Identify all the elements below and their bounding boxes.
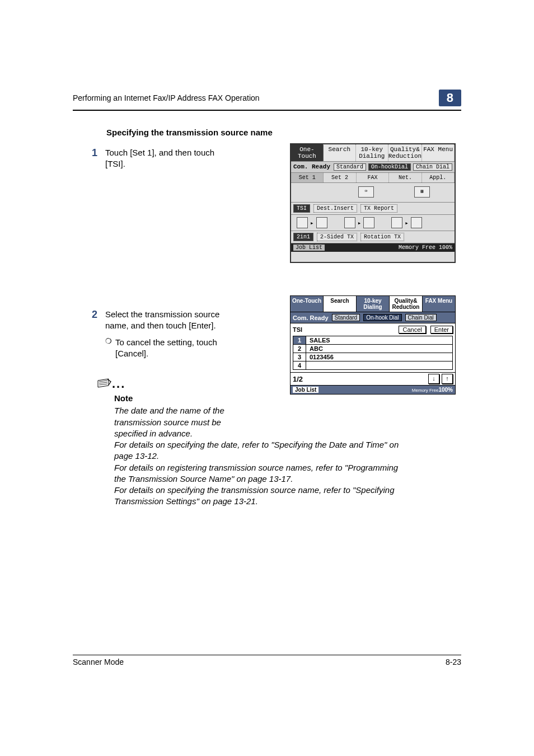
subtab-fax[interactable]: FAX <box>357 173 389 182</box>
status-label: Com. Ready <box>293 314 329 321</box>
dest-insert-button[interactable]: Dest.Insert <box>313 204 357 213</box>
2sided-tx-button[interactable]: 2-Sided TX <box>317 233 357 241</box>
tab-search[interactable]: Search <box>324 144 356 161</box>
tab-10key-dialing[interactable]: 10-key Dialing <box>357 296 390 312</box>
grid-icon: ▦ <box>414 186 430 198</box>
device-screen-set1: One-Touch Search 10-key Dialing Quality&… <box>290 143 456 263</box>
subtab-appl[interactable]: Appl. <box>422 173 455 182</box>
page-indicator: 1/2 <box>293 375 303 383</box>
memory-indicator: Memory Free100% <box>412 387 453 393</box>
job-list-button[interactable]: Job List <box>293 387 318 393</box>
list-row-num-4[interactable]: 4 <box>293 361 306 369</box>
note-icon <box>97 378 112 388</box>
status-label: Com. Ready <box>293 163 331 171</box>
rotate-before-icon <box>391 217 402 228</box>
rotation-tx-button[interactable]: Rotation TX <box>360 233 404 241</box>
tab-quality-reduction[interactable]: Quality& Reduction <box>390 296 423 312</box>
doc2-icon <box>363 217 374 228</box>
list-row-num-2[interactable]: 2 <box>293 345 306 353</box>
footer-right: 8-23 <box>446 658 461 666</box>
tab-search[interactable]: Search <box>324 296 357 312</box>
keyboard-icon: ⌨ <box>358 186 374 198</box>
page-up-button[interactable]: ↑ <box>442 374 453 384</box>
chain-dial-button[interactable]: Chain Dial <box>413 163 452 171</box>
chapter-number: 8 <box>439 90 461 106</box>
tab-fax-menu[interactable]: FAX Menu <box>423 296 455 312</box>
bullet-icon: ❍ <box>105 337 115 346</box>
tab-10key-dialing[interactable]: 10-key Dialing <box>356 144 388 161</box>
header-rule <box>73 110 461 111</box>
list-row-val-1[interactable]: SALES <box>306 336 334 344</box>
section-heading: Specifying the transmission source name <box>106 128 461 137</box>
single-page-icon <box>297 217 308 228</box>
standard-button[interactable]: Standard <box>334 163 366 171</box>
tab-quality-reduction[interactable]: Quality& Reduction <box>388 144 422 161</box>
step-number-1: 1 <box>73 147 105 159</box>
subtab-set2[interactable]: Set 2 <box>324 173 356 182</box>
list-row-num-3[interactable]: 3 <box>293 353 306 361</box>
enter-button[interactable]: Enter <box>430 326 453 334</box>
memory-indicator: Memory Free 100% <box>399 245 452 251</box>
step-2-sub: To cancel the setting, touch [Cancel]. <box>115 337 223 360</box>
tab-one-touch[interactable]: One-Touch <box>291 144 324 161</box>
step-number-2: 2 <box>73 309 105 321</box>
tab-one-touch[interactable]: One-Touch <box>291 296 324 312</box>
step-1-text: Touch [Set 1], and then touch [TSI]. <box>105 147 223 170</box>
on-hook-dial-button[interactable]: On-hookDial <box>368 163 411 171</box>
multi-page-icon <box>316 217 327 228</box>
doc1-icon <box>344 217 355 228</box>
page-down-button[interactable]: ↓ <box>428 374 439 384</box>
note-text-2: For details on specifying the date, refe… <box>114 439 405 462</box>
subtab-set1[interactable]: Set 1 <box>291 173 324 182</box>
arrow-icon: ▸ <box>405 219 409 227</box>
tab-fax-menu[interactable]: FAX Menu <box>422 144 455 161</box>
cancel-button[interactable]: Cancel <box>399 326 425 334</box>
device-screen-tsi-list: One-Touch Search 10-key Dialing Quality&… <box>290 295 456 395</box>
arrow-icon: ▸ <box>358 219 362 227</box>
chain-dial-button[interactable]: Chain Dial <box>405 314 437 321</box>
note-text-3: For details on registering transmission … <box>114 462 405 485</box>
arrow-icon: ▸ <box>310 219 314 227</box>
on-hook-dial-button[interactable]: On-hook Dial <box>363 314 401 321</box>
note-text-1: The date and the name of the transmissio… <box>114 405 237 439</box>
list-row-val-3[interactable]: 0123456 <box>306 353 337 361</box>
note-label: Note <box>114 393 461 404</box>
footer-left: Scanner Mode <box>73 658 124 666</box>
tsi-button[interactable]: TSI <box>293 204 310 213</box>
job-list-button[interactable]: Job List <box>293 245 325 251</box>
list-row-val-2[interactable]: ABC <box>306 345 326 353</box>
note-text-4: For details on specifying the transmissi… <box>114 485 405 508</box>
subtab-net[interactable]: Net. <box>389 173 421 182</box>
running-header: Performing an Internet Fax/IP Address FA… <box>73 93 260 102</box>
list-row-val-4[interactable] <box>306 361 313 369</box>
footer-rule <box>73 655 461 655</box>
rotate-after-icon <box>411 217 422 228</box>
tsi-label: TSI <box>293 326 302 333</box>
tx-report-button[interactable]: TX Report <box>360 204 397 213</box>
2in1-button[interactable]: 2in1 <box>293 233 313 241</box>
note-dots: ... <box>112 377 125 391</box>
standard-button[interactable]: Standard <box>332 314 360 321</box>
list-row-num-1[interactable]: 1 <box>293 336 306 344</box>
step-2-text: Select the transmission source name, and… <box>105 309 223 332</box>
